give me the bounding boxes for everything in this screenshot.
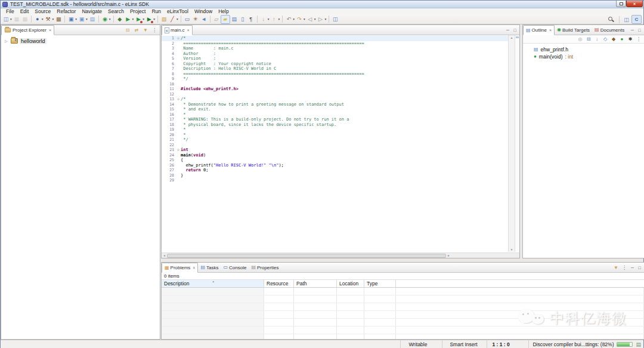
problems-tab-tasks[interactable]: ▤Tasks	[198, 263, 221, 272]
console-display-button[interactable]: ▭	[183, 15, 191, 24]
menu-search[interactable]: Search	[105, 8, 127, 14]
scroll-left-icon[interactable]: ◄	[162, 253, 167, 258]
fold-marker-icon[interactable]: ⊖	[176, 147, 181, 153]
tab-main-c[interactable]: c main.c ×	[162, 25, 193, 35]
close-icon[interactable]: ×	[193, 266, 195, 270]
table-row[interactable]	[162, 319, 644, 327]
sort-button[interactable]: ↓	[593, 35, 601, 44]
hide-fields-button[interactable]: ◇	[601, 35, 609, 44]
column-header-path[interactable]: Path	[294, 280, 337, 287]
table-row[interactable]	[162, 311, 644, 319]
dropdown-arrow-icon[interactable]: ▾	[109, 17, 111, 21]
outline-tab-outline[interactable]: ▤Outline×	[523, 25, 555, 35]
run-button[interactable]: ▶▾	[124, 15, 135, 24]
dropdown-arrow-icon[interactable]: ▾	[304, 17, 305, 21]
dropdown-arrow-icon[interactable]: ▾	[278, 17, 280, 21]
dropdown-arrow-icon[interactable]: ▾	[52, 17, 54, 21]
table-row[interactable]	[162, 288, 644, 295]
fold-marker-icon[interactable]: ⊖	[176, 97, 181, 102]
column-header-location[interactable]: Location	[337, 280, 364, 287]
dropdown-arrow-icon[interactable]: ▾	[177, 17, 178, 21]
search-icon[interactable]	[608, 16, 615, 23]
scroll-right-icon[interactable]: ►	[446, 253, 451, 258]
debug-button[interactable]: ◆	[116, 15, 124, 24]
launch-button[interactable]: ●▾	[33, 15, 44, 24]
dropdown-arrow-icon[interactable]: ▾	[293, 17, 295, 21]
view-menu-button[interactable]: ⋮	[150, 26, 159, 35]
focus-button[interactable]: ◎	[576, 35, 584, 44]
dropdown-arrow-icon[interactable]: ▾	[86, 17, 88, 21]
open-type-button[interactable]: ▨	[160, 15, 168, 24]
dropdown-arrow-icon[interactable]: ▾	[143, 17, 144, 21]
view-menu-button[interactable]: ⋮	[620, 263, 628, 272]
new-button[interactable]: ◫▾	[2, 15, 13, 24]
open-perspective-button[interactable]: ◫	[621, 15, 631, 24]
build-all-button[interactable]: ▩	[54, 15, 63, 24]
code-editor[interactable]: 1⊖/*2 ==================================…	[162, 35, 519, 252]
new-source-file-button[interactable]: ▤	[88, 15, 97, 24]
dropdown-arrow-icon[interactable]: ▾	[75, 17, 77, 21]
overview-ruler[interactable]	[515, 35, 519, 252]
menu-elinxtool[interactable]: eLinxTool	[164, 8, 191, 14]
dropdown-arrow-icon[interactable]: ▾	[42, 17, 44, 21]
close-icon[interactable]: ×	[187, 28, 190, 32]
hide-static-button[interactable]: ◆	[609, 35, 618, 44]
build-button[interactable]: ⚒▾	[44, 15, 55, 24]
menu-window[interactable]: Window	[191, 8, 215, 14]
dropdown-arrow-icon[interactable]: ▾	[153, 17, 155, 21]
block-selection-button[interactable]: ▯	[239, 15, 247, 24]
close-icon[interactable]: ×	[549, 28, 552, 32]
minimize-button[interactable]: ─	[629, 28, 636, 32]
forward-button[interactable]: ▷▾	[316, 15, 327, 24]
bookmark-button[interactable]: ▤	[230, 15, 239, 24]
vertical-scrollbar[interactable]: ▲ ▼	[508, 35, 515, 252]
dropdown-arrow-icon[interactable]: ▾	[314, 17, 316, 21]
new-cpp-class-button[interactable]: ▣▾	[78, 15, 88, 24]
menu-navigate[interactable]: Navigate	[79, 8, 105, 14]
problems-tab-console[interactable]: ▭Console	[221, 263, 249, 272]
menu-refactor[interactable]: Refactor	[54, 8, 79, 14]
menu-help[interactable]: Help	[215, 8, 231, 14]
build-console-button[interactable]: ✳	[191, 15, 200, 24]
view-menu-button[interactable]: ⋮	[634, 35, 643, 44]
show-whitespace-button[interactable]: ¶	[247, 15, 255, 24]
scroll-up-icon[interactable]: ▲	[509, 36, 515, 39]
column-header-type[interactable]: Type	[364, 280, 396, 287]
previous-edit-location-button[interactable]: ↑▾	[270, 15, 280, 24]
collapse-all-button[interactable]: ⊟	[123, 26, 132, 35]
horizontal-scrollbar[interactable]: ◄ ►	[162, 252, 519, 258]
new-c-project-button[interactable]: ▣▾	[67, 15, 78, 24]
scrollbar-thumb[interactable]	[167, 254, 446, 258]
table-row[interactable]	[162, 303, 644, 311]
redo-button[interactable]: ↷▾	[295, 15, 306, 24]
filter-button[interactable]: ▼	[612, 263, 620, 272]
tab-project-explorer[interactable]: Project Explorer ×	[1, 25, 54, 35]
pin-console-button[interactable]: ◄	[200, 15, 208, 24]
scroll-down-icon[interactable]: ▼	[509, 248, 515, 251]
dropdown-arrow-icon[interactable]: ▾	[10, 17, 12, 21]
menu-source[interactable]: Source	[32, 8, 54, 14]
menu-run[interactable]: Run	[148, 8, 164, 14]
problems-tab-properties[interactable]: ▤Properties	[249, 263, 281, 272]
outline-item-ehw_printf.h[interactable]: ▤ehw_printf.h	[523, 46, 644, 53]
minimize-button[interactable]: ─	[629, 266, 636, 270]
external-tools-button[interactable]: ◉▾	[101, 15, 112, 24]
save-all-button[interactable]: ▩	[21, 15, 29, 24]
outline-item-mainvoid[interactable]: ●main(void) : int	[523, 53, 644, 60]
outline-tab-build-targets[interactable]: ◉Build Targets	[555, 25, 592, 35]
column-header-description[interactable]: Description▴	[162, 280, 264, 287]
new-window-button[interactable]: ◫	[331, 15, 339, 24]
maximize-button[interactable]: □	[636, 266, 643, 270]
menu-project[interactable]: Project	[127, 8, 148, 14]
fold-marker-icon[interactable]: ⊖	[176, 36, 181, 41]
link-with-editor-button[interactable]: ⇄	[132, 26, 141, 35]
outline-tab-documents[interactable]: ▤Documents	[592, 25, 627, 35]
search-menu-button[interactable]: ╱▾	[168, 15, 179, 24]
dropdown-arrow-icon[interactable]: ▾	[268, 17, 270, 21]
table-row[interactable]	[162, 295, 644, 303]
minimize-button[interactable]: ─	[504, 28, 511, 32]
cpp-perspective-button[interactable]: C	[631, 15, 642, 24]
highlight-button[interactable]: ▰	[221, 15, 230, 24]
problems-tab-problems[interactable]: ▦Problems×	[162, 263, 198, 273]
menu-edit[interactable]: Edit	[17, 8, 32, 14]
